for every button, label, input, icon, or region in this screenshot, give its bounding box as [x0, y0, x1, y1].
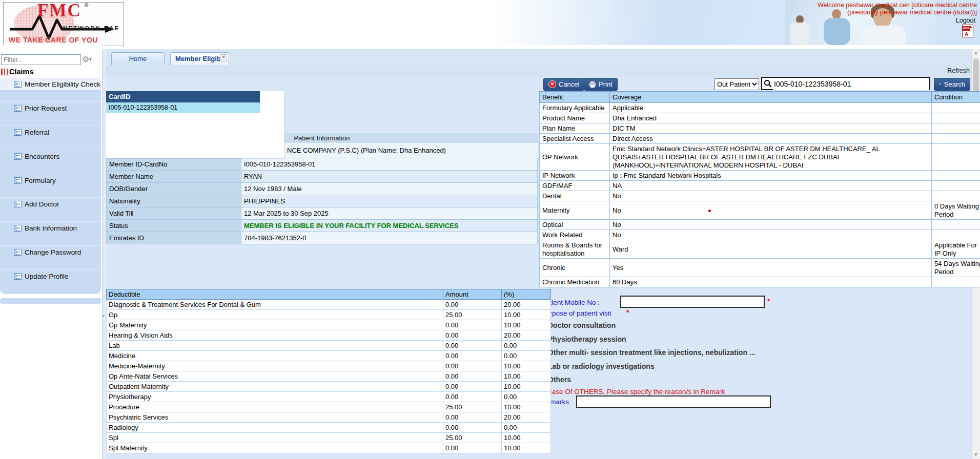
deductible-name: Radiology: [107, 423, 443, 433]
remarks-input[interactable]: [576, 395, 771, 408]
photo-person-body: [824, 18, 850, 45]
sidebar-item-prior-request[interactable]: Prior Request: [0, 102, 101, 126]
purpose-option-others[interactable]: Others: [539, 373, 826, 387]
benefit-condition: [932, 230, 980, 240]
benefit-coverage: No: [610, 201, 932, 220]
benefit-condition: [932, 134, 980, 144]
collapsed-panel-strip[interactable]: [0, 298, 101, 304]
deductible-percent: 20.00: [502, 412, 551, 423]
benefit-condition: [932, 144, 980, 171]
cancel-button[interactable]: ✕ Cancel: [543, 78, 584, 91]
close-icon[interactable]: ✕: [220, 54, 227, 61]
column-header[interactable]: Benefit: [540, 92, 610, 103]
welcome-line-1: Welcome peshawar medical cen [citicare m…: [818, 2, 977, 9]
scroll-up-icon[interactable]: ▲: [972, 49, 980, 57]
benefit-name: Work Related: [540, 230, 610, 240]
column-header[interactable]: Coverage: [610, 92, 932, 103]
purpose-option-lab-or-radiology-investigations[interactable]: Lab or radiology investigations: [539, 360, 826, 373]
visit-type-select[interactable]: Out Patient: [714, 78, 759, 90]
sidebar-item-change-password[interactable]: Change Password: [0, 246, 101, 270]
deductible-percent: 20.00: [502, 300, 551, 310]
deductible-percent: 10.00: [502, 361, 551, 371]
sidebar-item-add-doctor[interactable]: Add Doctor: [0, 198, 101, 222]
print-button[interactable]: Print: [584, 78, 618, 91]
column-header[interactable]: Condition: [932, 92, 980, 103]
purpose-option-doctor-consultation[interactable]: Doctor consultation: [539, 319, 826, 332]
table-row: Chronic Medication60 Days: [540, 277, 980, 287]
table-row: Gp Maternity0.0010.00: [107, 320, 551, 330]
form-icon: [14, 177, 22, 184]
deductible-amount: 25.00: [443, 310, 502, 320]
sidebar-item-member-eligibility-check[interactable]: Member Eligibility Check: [0, 78, 101, 102]
deductible-percent: 10.00: [502, 382, 551, 392]
gear-icon[interactable]: ⚙▾: [82, 54, 91, 64]
benefit-name: GDF/MAF: [540, 181, 610, 191]
welcome-line-2: (previously peshawar medical centre (dub…: [818, 9, 977, 16]
benefit-condition: [932, 277, 980, 287]
sidebar-item-label: Bank Information: [25, 224, 77, 232]
claims-menu: Member Eligibility CheckPrior RequestRef…: [0, 78, 101, 294]
patient-mobile-input[interactable]: [620, 296, 765, 308]
table-row: Outpatient Maternity0.0010.00: [107, 382, 551, 392]
cardid-list-item[interactable]: I005-010-122353958-01: [106, 102, 260, 113]
tab-home[interactable]: Home: [111, 52, 165, 65]
deductible-percent: 10.00: [502, 433, 551, 443]
sidebar-item-label: Change Password: [25, 248, 81, 256]
benefit-condition: [932, 113, 980, 123]
refresh-link[interactable]: Refresh: [947, 67, 970, 74]
deductible-amount: 0.00: [443, 361, 502, 371]
table-row: DentalNo: [540, 191, 980, 201]
patient-field-label: DOB/Gender: [107, 183, 241, 195]
benefit-coverage: NA: [610, 181, 932, 191]
scroll-down-icon[interactable]: ▼: [972, 451, 980, 459]
table-row: Product NameDha Enhanced: [540, 113, 980, 123]
tab-member-eligibility[interactable]: Member Eligibili ✕: [170, 52, 229, 65]
benefit-name: IP Network: [540, 171, 610, 181]
card-search-input[interactable]: [773, 78, 929, 90]
sidebar-item-label: Encounters: [25, 153, 59, 160]
sidebar-item-update-profile[interactable]: Update Profile: [0, 270, 101, 294]
table-row: Psychiatric Services0.0020.00: [107, 412, 551, 423]
deductible-header-row: Deductible Amount (%): [107, 289, 551, 300]
table-row: Hearing & Vision Aids0.0020.00: [107, 330, 551, 341]
benefit-coverage: Ip : Fmc Standard Network Hospitals: [610, 171, 932, 181]
sidebar-item-encounters[interactable]: Encounters: [0, 150, 101, 174]
claims-title: Claims: [9, 68, 34, 76]
sidebar-item-label: Formulary: [25, 177, 56, 184]
search-button[interactable]: Search: [934, 78, 970, 91]
purpose-option-physiotherapy-session[interactable]: Physiotherapy session: [539, 332, 826, 346]
benefit-name: OP Network: [540, 144, 610, 171]
table-row: OpticalNo: [540, 220, 980, 230]
sidebar-item-referral[interactable]: Referral: [0, 126, 101, 150]
benefit-name: Dental: [540, 191, 610, 201]
patient-field-label: Status: [107, 220, 241, 232]
deductible-percent: 0.00: [502, 351, 551, 361]
search-icon: [764, 79, 772, 88]
pdf-icon[interactable]: PDF A: [962, 25, 973, 37]
benefit-name: Rooms & Boards for hospitalisation: [540, 240, 610, 259]
patient-field-label: Emirates ID: [107, 232, 241, 244]
column-header[interactable]: Deductible: [107, 289, 443, 300]
column-header[interactable]: Amount: [443, 289, 502, 300]
column-header[interactable]: (%): [502, 289, 551, 300]
splitter-collapse-icon[interactable]: ◂: [102, 314, 104, 318]
purpose-label: Purpose of patient visit: [541, 309, 611, 317]
form-icon: [14, 249, 22, 256]
table-row: Lab0.000.00: [107, 341, 551, 351]
form-icon: [14, 129, 22, 136]
benefit-coverage: 60 Days: [610, 277, 932, 287]
benefit-coverage: No: [610, 230, 932, 240]
deductible-name: Psychiatric Services: [107, 412, 443, 423]
deductible-amount: 0.00: [443, 382, 502, 392]
purpose-option-other-multi-session-treatment-like-injections-nebulization[interactable]: Other multi- session treatment like inje…: [539, 346, 826, 360]
sidebar-item-bank-information[interactable]: Bank Information: [0, 222, 101, 246]
benefit-name: Product Name: [540, 113, 610, 123]
benefit-coverage: Applicable: [610, 103, 932, 113]
table-row: Procedure25.0010.00: [107, 402, 551, 412]
filter-input[interactable]: [1, 54, 81, 65]
sidebar-item-formulary[interactable]: Formulary: [0, 174, 101, 198]
sidebar-item-row: Change Password: [0, 246, 101, 258]
patient-field-label: Member ID-CardNo: [107, 158, 241, 171]
deductible-amount: 0.00: [443, 351, 502, 361]
logout-link[interactable]: Logout: [956, 17, 975, 24]
